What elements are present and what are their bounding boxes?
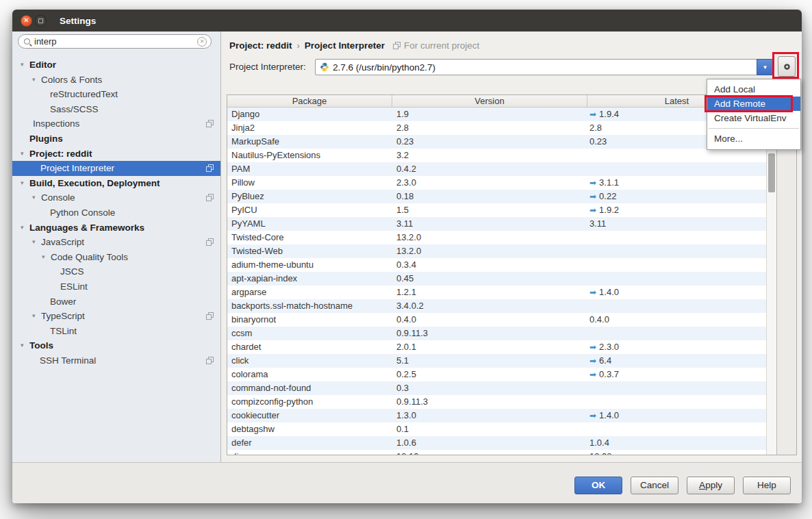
tree-item-sass-scss[interactable]: Sass/SCSS xyxy=(12,102,220,117)
latest-version-text: 1.0.4 xyxy=(589,438,609,448)
package-latest: ➡0.22 xyxy=(587,190,766,203)
package-name: argparse xyxy=(227,286,392,299)
table-row[interactable]: PAM0.4.2 xyxy=(227,162,766,176)
cancel-button[interactable]: Cancel xyxy=(631,477,678,494)
package-version: 2.3.0 xyxy=(392,176,587,190)
tree-item-ssh-terminal[interactable]: SSH Terminal xyxy=(12,353,220,368)
column-header-package[interactable]: Package xyxy=(227,95,392,107)
breadcrumb-project[interactable]: Project: reddit xyxy=(229,40,292,51)
table-row[interactable]: MarkupSafe0.230.23 xyxy=(227,135,766,149)
maximize-window-icon[interactable] xyxy=(35,15,47,27)
table-row[interactable]: PyYAML3.113.11 xyxy=(227,217,766,231)
tree-item-plugins[interactable]: Plugins xyxy=(12,131,220,147)
menu-item-add-local[interactable]: Add Local xyxy=(707,82,800,97)
latest-version-text: 2.8 xyxy=(589,123,602,133)
package-latest xyxy=(587,272,766,286)
table-row[interactable]: colorama0.2.5➡0.3.7 xyxy=(227,368,766,381)
package-name: PAM xyxy=(227,162,392,176)
expand-arrow-icon[interactable]: ▾ xyxy=(21,147,24,162)
tree-item-languages-frameworks[interactable]: ▾Languages & Frameworks xyxy=(12,220,220,236)
gear-button[interactable] xyxy=(778,56,796,77)
table-row[interactable]: Pillow2.3.0➡3.1.1 xyxy=(227,176,766,190)
menu-item-more-[interactable]: More... xyxy=(707,131,800,146)
table-row[interactable]: debtagshw0.1 xyxy=(227,422,766,436)
package-name: chardet xyxy=(227,340,392,354)
latest-version-text: 1.4.0 xyxy=(599,410,619,420)
package-name: Twisted-Web xyxy=(227,244,392,258)
tree-item-console[interactable]: ▾Console xyxy=(12,190,220,205)
window-title: Settings xyxy=(60,16,96,26)
settings-tree: ▾Editor▾Colors & FontsreStructuredTextSa… xyxy=(12,58,220,368)
tree-item-label: reStructuredText xyxy=(50,89,118,99)
menu-item-add-remote[interactable]: Add Remote xyxy=(707,97,800,111)
table-row[interactable]: PyICU1.5➡1.9.2 xyxy=(227,203,766,217)
expand-arrow-icon[interactable]: ▾ xyxy=(32,309,36,324)
expand-arrow-icon[interactable]: ▾ xyxy=(42,250,45,265)
ok-button[interactable]: OK xyxy=(574,477,622,494)
tree-item-jscs[interactable]: JSCS xyxy=(12,264,220,279)
scrollbar-thumb[interactable] xyxy=(768,153,775,192)
menu-item-create-virtualenv[interactable]: Create VirtualEnv xyxy=(707,111,800,125)
tree-item-typescript[interactable]: ▾TypeScript xyxy=(12,309,220,324)
table-row[interactable]: Nautilus-PyExtensions3.2 xyxy=(227,149,766,162)
package-name: command-not-found xyxy=(227,381,392,395)
tree-item-project-interpreter[interactable]: Project Interpreter xyxy=(12,161,220,176)
expand-arrow-icon[interactable]: ▾ xyxy=(21,338,24,353)
breadcrumb-page: Project Interpreter xyxy=(305,40,385,51)
interpreter-select[interactable]: 2.7.6 (/usr/bin/python2.7) ▼ xyxy=(315,59,774,75)
package-version: 0.3 xyxy=(392,381,587,395)
expand-arrow-icon[interactable]: ▾ xyxy=(21,220,24,236)
table-row[interactable]: command-not-found0.3 xyxy=(227,381,766,395)
tree-item-tools[interactable]: ▾Tools xyxy=(12,338,220,353)
help-button[interactable]: Help xyxy=(743,477,791,494)
latest-version-text: 0.4.0 xyxy=(589,314,609,325)
expand-arrow-icon[interactable]: ▾ xyxy=(32,235,36,250)
tree-item-restructuredtext[interactable]: reStructuredText xyxy=(12,87,220,102)
table-row[interactable]: Django1.9➡1.9.4 xyxy=(227,107,766,121)
tree-item-build-execution-deployment[interactable]: ▾Build, Execution, Deployment xyxy=(12,176,220,191)
expand-arrow-icon[interactable]: ▾ xyxy=(32,190,36,205)
tree-item-colors-fonts[interactable]: ▾Colors & Fonts xyxy=(12,73,220,88)
table-row[interactable]: apt-xapian-index0.45 xyxy=(227,272,766,286)
package-name: PyYAML xyxy=(227,217,392,231)
settings-sidebar: interp ✕ ▾Editor▾Colors & FontsreStructu… xyxy=(12,31,221,462)
table-row[interactable]: PyBluez0.18➡0.22 xyxy=(227,190,766,203)
tree-item-editor[interactable]: ▾Editor xyxy=(12,58,220,73)
tree-item-label: Project Interpreter xyxy=(40,163,114,173)
table-row[interactable]: chardet2.0.1➡2.3.0 xyxy=(227,340,766,354)
tree-item-tslint[interactable]: TSLint xyxy=(12,324,220,339)
tree-item-javascript[interactable]: ▾JavaScript xyxy=(12,235,220,250)
tree-item-project-reddit[interactable]: ▾Project: reddit xyxy=(12,147,220,162)
table-row[interactable]: Jinja22.82.8 xyxy=(227,121,766,135)
tree-item-python-console[interactable]: Python Console xyxy=(12,205,220,220)
settings-search-input[interactable]: interp ✕ xyxy=(18,34,212,49)
tree-item-inspections[interactable]: Inspections xyxy=(12,116,220,131)
table-row[interactable]: defer1.0.61.0.4 xyxy=(227,436,766,450)
table-row[interactable]: backports.ssl-match-hostname3.4.0.2 xyxy=(227,299,766,313)
table-row[interactable]: ccsm0.9.11.3 xyxy=(227,327,766,340)
tree-item-bower[interactable]: Bower xyxy=(12,294,220,309)
table-row[interactable]: dirspec13.1013.08 xyxy=(227,450,766,455)
table-row[interactable]: Twisted-Core13.2.0 xyxy=(227,231,766,244)
tree-item-label: Languages & Frameworks xyxy=(29,223,144,233)
expand-arrow-icon[interactable]: ▾ xyxy=(21,58,24,73)
table-row[interactable]: cookiecutter1.3.0➡1.4.0 xyxy=(227,409,766,422)
expand-arrow-icon[interactable]: ▾ xyxy=(32,73,36,88)
table-row[interactable]: argparse1.2.1➡1.4.0 xyxy=(227,286,766,299)
table-row[interactable]: click5.1➡6.4 xyxy=(227,354,766,368)
tree-item-code-quality-tools[interactable]: ▾Code Quality Tools xyxy=(12,250,220,265)
package-name: Pillow xyxy=(227,176,392,190)
tree-item-eslint[interactable]: ESLint xyxy=(12,279,220,294)
table-row[interactable]: adium-theme-ubuntu0.3.4 xyxy=(227,258,766,272)
table-row[interactable]: binaryornot0.4.00.4.0 xyxy=(227,313,766,327)
table-row[interactable]: compizconfig-python0.9.11.3 xyxy=(227,395,766,409)
interpreter-dropdown-arrow-icon[interactable]: ▼ xyxy=(757,59,774,75)
expand-arrow-icon[interactable]: ▾ xyxy=(21,176,24,191)
column-header-version[interactable]: Version xyxy=(392,95,587,107)
upgrade-arrow-icon: ➡ xyxy=(589,192,596,201)
package-latest: ➡1.4.0 xyxy=(587,286,766,299)
close-window-icon[interactable]: ✕ xyxy=(21,15,32,27)
clear-search-icon[interactable]: ✕ xyxy=(197,37,207,47)
apply-button[interactable]: Apply xyxy=(687,477,735,494)
table-row[interactable]: Twisted-Web13.2.0 xyxy=(227,244,766,258)
